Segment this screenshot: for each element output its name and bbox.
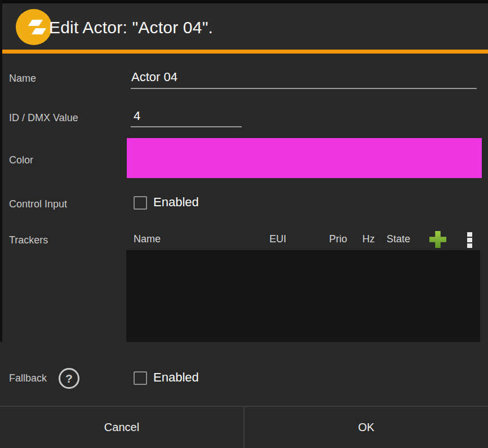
fallback-label: Fallback xyxy=(9,372,47,384)
id-dmx-label: ID / DMX Value xyxy=(9,112,78,124)
name-input-underline xyxy=(131,88,477,89)
trackers-table-body xyxy=(126,250,480,342)
trackers-column-prio: Prio xyxy=(329,233,347,245)
id-dmx-input[interactable]: 4 xyxy=(134,109,140,123)
color-label: Color xyxy=(9,154,33,166)
control-input-label: Control Input xyxy=(9,198,67,210)
fallback-checkbox-label: Enabled xyxy=(153,370,199,385)
trackers-label: Trackers xyxy=(9,234,48,246)
dialog-title: Edit Actor: "Actor 04". xyxy=(49,18,213,37)
trackers-column-eui: EUI xyxy=(269,233,286,245)
name-label: Name xyxy=(9,73,36,85)
trackers-column-name: Name xyxy=(134,233,161,245)
trackers-column-state: State xyxy=(387,233,410,245)
cancel-button[interactable]: Cancel xyxy=(0,407,243,448)
add-tracker-plus-icon[interactable] xyxy=(429,231,446,248)
fallback-help-icon[interactable]: ? xyxy=(59,368,79,389)
title-bar: Edit Actor: "Actor 04". xyxy=(2,3,488,50)
accent-divider xyxy=(2,50,488,54)
zactrack-logo-icon xyxy=(16,9,52,45)
id-dmx-input-underline xyxy=(131,126,242,127)
name-input[interactable]: Actor 04 xyxy=(131,70,178,85)
trackers-kebab-menu-icon[interactable] xyxy=(467,232,472,248)
trackers-column-hz: Hz xyxy=(362,233,375,245)
color-swatch[interactable] xyxy=(127,138,482,178)
fallback-checkbox[interactable] xyxy=(134,371,147,385)
control-input-checkbox-label: Enabled xyxy=(153,195,199,210)
ok-button[interactable]: OK xyxy=(245,407,488,448)
control-input-checkbox[interactable] xyxy=(134,196,147,210)
edit-actor-dialog: Edit Actor: "Actor 04". Name Actor 04 ID… xyxy=(0,0,488,448)
